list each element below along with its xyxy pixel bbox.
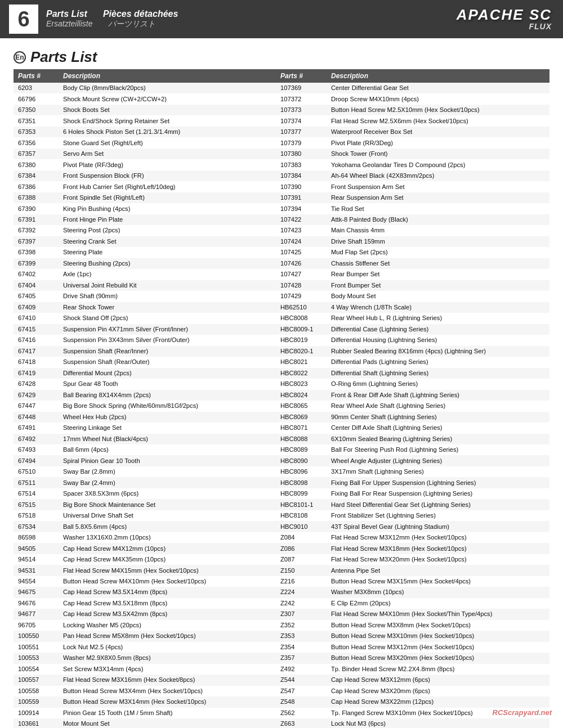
right-part-desc: Center Diff Axle Shaft (Lightning Series… xyxy=(327,423,549,433)
logo-apache-text: APACHE SC xyxy=(457,7,552,22)
section-title-row: En Parts List xyxy=(14,48,549,66)
right-part-desc: Flat Head Screw M4X10mm (Hex Socket/Thin… xyxy=(327,609,549,619)
right-part-desc: Differential Housing (Lightning Series) xyxy=(327,335,549,345)
left-part-desc: Cap Head Screw M3.5X14mm (8pcs) xyxy=(59,587,267,597)
left-part-num: 66796 xyxy=(14,93,59,104)
right-part-num: Z242 xyxy=(276,598,327,609)
right-part-num: HBC8108 xyxy=(276,510,327,521)
left-part-desc: Cap Head Screw M3.5X18mm (8pcs) xyxy=(59,598,267,609)
table-row: 67518 Universal Drive Shaft Set HBC8108 … xyxy=(14,510,549,521)
right-part-desc: Front Bumper Set xyxy=(327,280,549,291)
right-part-num: HBC8069 xyxy=(276,412,327,423)
right-part-desc: Wheel Angle Adjuster (Lightning Series) xyxy=(327,455,549,466)
table-header-row: Parts # Description Parts # Description xyxy=(14,69,549,83)
table-row: 67391 Front Hinge Pin Plate 107422 Attk-… xyxy=(14,214,549,225)
left-part-num: 94554 xyxy=(14,576,59,587)
left-part-num: 100558 xyxy=(14,686,59,696)
left-part-desc: Cap Head Screw M4X12mm (10pcs) xyxy=(59,543,267,554)
right-part-desc: Button Head Screw M3X10mm (Hex Socket/10… xyxy=(327,631,549,641)
language-badge: En xyxy=(14,51,26,64)
table-row: 100914 Pinion Gear 15 Tooth (1M / 5mm Sh… xyxy=(14,708,549,718)
table-row: 67429 Ball Bearing 8X14X4mm (2pcs) HBC80… xyxy=(14,390,549,401)
right-part-desc: Flat Head Screw M3X20mm (Hex Socket/10pc… xyxy=(327,554,549,565)
right-part-desc: Flat Head Screw M3X18mm (Hex Socket/10pc… xyxy=(327,543,549,554)
right-part-desc: Shock Tower (Front) xyxy=(327,149,549,159)
right-part-desc: Tp. Flanged Screw M3X10mm (Hex Socket/10… xyxy=(327,708,549,718)
table-row: 94531 Flat Head Screw M4X15mm (Hex Socke… xyxy=(14,565,549,576)
right-part-desc: Button Head Screw M3X8mm (Hex Socket/10p… xyxy=(327,620,549,631)
right-part-num: Z150 xyxy=(276,565,327,576)
right-part-num: HBC8019 xyxy=(276,335,327,345)
left-part-desc: Front Hub Carrier Set (Right/Left/10deg) xyxy=(59,181,267,192)
table-row: 67390 King Pin Bushing (4pcs) 107394 Tie… xyxy=(14,203,549,214)
left-part-num: 67390 xyxy=(14,203,59,214)
table-row: 67418 Suspension Shaft (Rear/Outer) HBC8… xyxy=(14,357,549,367)
header-title-fr: Pièces détachées xyxy=(103,9,178,19)
left-part-num: 67380 xyxy=(14,159,59,170)
right-part-desc: Cap Head Screw M3X20mm (6pcs) xyxy=(327,686,549,696)
left-part-num: 67416 xyxy=(14,335,59,345)
right-part-desc: Mud Flap Set (2pcs) xyxy=(327,247,549,258)
left-part-num: 67386 xyxy=(14,181,59,192)
left-part-num: 94514 xyxy=(14,554,59,565)
right-part-num: 107391 xyxy=(276,192,327,203)
table-row: 67356 Stone Guard Set (Right/Left) 10737… xyxy=(14,137,549,148)
table-row: 67351 Shock End/Shock Spring Retainer Se… xyxy=(14,115,549,126)
left-part-desc: Locking Washer M5 (20pcs) xyxy=(59,620,267,631)
right-part-desc: Cap Head Screw M3X12mm (6pcs) xyxy=(327,675,549,685)
left-part-num: 100551 xyxy=(14,642,59,653)
right-part-desc: Center Differential Gear Set xyxy=(327,83,549,93)
right-part-desc: Tp. Binder Head Screw M2.2X4.8mm (8pcs) xyxy=(327,664,549,675)
left-part-num: 94531 xyxy=(14,565,59,576)
left-part-desc: Shock Mount Screw (CW+2/CCW+2) xyxy=(59,93,267,104)
left-part-num: 67417 xyxy=(14,346,59,357)
left-part-desc: Differential Mount (2pcs) xyxy=(59,368,267,379)
right-part-desc: Hard Steel Differential Gear Set (Lightn… xyxy=(327,499,549,510)
left-part-desc: Button Head Screw M3X14mm (Hex Socket/10… xyxy=(59,696,267,707)
left-part-desc: Pan Head Screw M5X8mm (Hex Socket/10pcs) xyxy=(59,631,267,641)
right-part-num: 107383 xyxy=(276,159,327,170)
table-row: 103661 Motor Mount Set Z663 Lock Nut M3 … xyxy=(14,718,549,728)
left-part-desc: Stone Guard Set (Right/Left) xyxy=(59,137,267,148)
left-part-desc: Suspension Pin 4X71mm Silver (Front/Inne… xyxy=(59,324,267,335)
left-part-num: 67351 xyxy=(14,115,59,126)
left-part-num: 100559 xyxy=(14,696,59,707)
left-part-desc: Big Bore Shock Spring (White/60mm/81Gf/2… xyxy=(59,401,267,411)
right-part-num: Z084 xyxy=(276,532,327,543)
left-part-num: 67353 xyxy=(14,127,59,137)
right-part-num: HBC8009-1 xyxy=(276,324,327,335)
left-part-desc: Servo Arm Set xyxy=(59,149,267,159)
table-row: 94554 Button Head Screw M4X10mm (Hex Soc… xyxy=(14,576,549,587)
table-row: 67417 Suspension Shaft (Rear/Inner) HBC8… xyxy=(14,346,549,357)
table-row: 67404 Universal Joint Rebuild Kit 107428… xyxy=(14,280,549,291)
right-part-desc: 90mm Center Shaft (Lightning Series) xyxy=(327,412,549,423)
right-part-num: 107373 xyxy=(276,105,327,115)
right-part-num: HBC8101-1 xyxy=(276,499,327,510)
left-part-desc: Front Suspension Block (FR) xyxy=(59,170,267,181)
table-row: 100554 Set Screw M3X14mm (4pcs) Z492 Tp.… xyxy=(14,664,549,675)
table-row: 67405 Drive Shaft (90mm) 107429 Body Mou… xyxy=(14,291,549,302)
right-part-num: 107427 xyxy=(276,269,327,280)
logo-flux-text: FLUX xyxy=(529,22,552,31)
col-spacer xyxy=(267,69,276,83)
right-part-desc: Cap Head Screw M3X22mm (12pcs) xyxy=(327,696,549,707)
right-part-desc: Front Suspension Arm Set xyxy=(327,181,549,192)
left-part-desc: Cap Head Screw M4X35mm (10pcs) xyxy=(59,554,267,565)
table-row: 100558 Button Head Screw M3X4mm (Hex Soc… xyxy=(14,686,549,696)
left-part-num: 67391 xyxy=(14,214,59,225)
right-part-desc: 43T Spiral Bevel Gear (Lightning Stadium… xyxy=(327,521,549,532)
left-part-desc: Shock Stand Off (2pcs) xyxy=(59,313,267,323)
left-part-num: 100914 xyxy=(14,708,59,718)
left-part-desc: Button Head Screw M4X10mm (Hex Socket/10… xyxy=(59,576,267,587)
left-part-num: 94675 xyxy=(14,587,59,597)
right-part-num: 107374 xyxy=(276,115,327,126)
table-row: 86598 Washer 13X16X0.2mm (10pcs) Z084 Fl… xyxy=(14,532,549,543)
right-part-num: 107372 xyxy=(276,93,327,104)
left-part-desc: Drive Shaft (90mm) xyxy=(59,291,267,302)
table-row: 67493 Ball 6mm (4pcs) HBC8089 Ball For S… xyxy=(14,444,549,455)
table-row: 66796 Shock Mount Screw (CW+2/CCW+2) 107… xyxy=(14,93,549,104)
right-part-num: Z352 xyxy=(276,620,327,631)
left-part-num: 94676 xyxy=(14,598,59,609)
right-part-desc: Front Stabilizer Set (Lightning Series) xyxy=(327,510,549,521)
left-part-num: 67409 xyxy=(14,302,59,313)
